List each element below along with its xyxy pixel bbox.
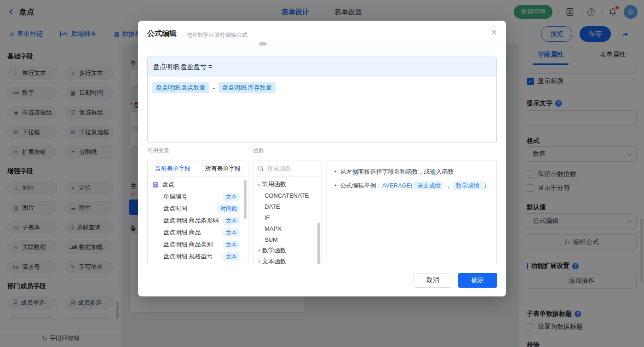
chevron-right-icon [257,249,260,252]
function-item[interactable]: DATE [253,201,322,212]
type-badge: 文本 [222,240,241,249]
variables-label: 可用变量 [147,147,169,154]
variable-row[interactable]: 盘点明细.商品条形码文本 [148,215,248,227]
tip-line: • 从左侧面板选择字段名和函数，或输入函数 [334,164,490,178]
search-icon [258,166,264,171]
type-badge: 时间戳 [217,205,241,213]
function-item[interactable]: CONCATENATE [253,190,322,201]
close-icon[interactable]: × [491,28,497,37]
function-group-text[interactable]: 文本函数 [253,256,322,264]
function-group-common[interactable]: 常用函数 [253,179,322,190]
scroll-thumb [259,42,267,46]
type-badge: 文本 [222,228,241,237]
variable-row-clipped[interactable] [148,262,248,264]
variable-row[interactable]: 单据编号文本 [148,191,248,203]
cancel-button[interactable]: 取消 [414,273,452,288]
variable-row[interactable]: 盘点明细.规格型号文本 [148,250,248,262]
tips-panel: • 从左侧面板选择字段名和函数，或输入函数 • 公式编辑举例：AVERAGE( … [327,160,497,264]
app-screen: 盘点 表单设计 表单设置 数据管理 ? 存 ⊘ 表单外链 [0,0,644,347]
modal-title: 公式编辑 [147,29,177,39]
tab-current-form-fields[interactable]: 当前表单字段 [148,160,198,176]
variables-panel: 当前表单字段 所有表单字段 盘点 单据编号文本 盘点时间时间戳 盘点明细.商品条… [147,160,248,264]
functions-panel: 常用函数 CONCATENATE DATE IF MAPX SUM 数学函数 文… [253,160,322,264]
tree-scrollbar[interactable] [244,180,247,219]
variable-row[interactable]: 盘点明细.商品类别文本 [148,239,248,250]
function-list: 常用函数 CONCATENATE DATE IF MAPX SUM 数学函数 文… [253,177,322,264]
bullet: • [334,180,337,192]
type-badge: 文本 [222,252,241,261]
form-doc-icon [152,182,159,188]
functions-label: 函数 [253,147,264,154]
tree-root-form[interactable]: 盘点 [148,179,248,191]
function-item[interactable]: SUM [253,234,322,245]
tab-all-form-fields[interactable]: 所有表单字段 [198,160,248,176]
type-badge: 文本 [222,216,241,225]
function-search[interactable] [253,160,322,177]
example-function-name: AVERAGE( [382,182,413,189]
formula-editor[interactable]: 盘点明细.盘盈盘亏 = 盘点明细.盘点数量 - 盘点明细.库存数量 [147,57,497,143]
minus-operator: - [213,85,215,91]
formula-edit-modal: 公式编辑 使用数学运算符编辑公式 × 盘点明细.盘盈盘亏 = 盘点明细.盘点数量… [138,21,506,296]
example-field-chip: 语文成绩 [414,181,443,190]
modal-header: 公式编辑 使用数学运算符编辑公式 × [138,21,506,46]
function-group-math[interactable]: 数学函数 [253,245,322,256]
modal-footer: 取消 确定 [414,273,497,288]
variable-row[interactable]: 盘点时间时间戳 [148,203,248,215]
function-scrollbar[interactable] [317,223,320,264]
chevron-right-icon [257,260,260,263]
variable-row[interactable]: 盘点明细.商品文本 [148,227,248,239]
example-field-chip: 数学成绩 [453,181,483,190]
tip-example-line: • 公式编辑举例：AVERAGE( 语文成绩 ， 数学成绩 ) [334,178,490,192]
formula-chip[interactable]: 盘点明细.库存数量 [218,82,276,93]
confirm-button[interactable]: 确定 [458,273,497,288]
bullet: • [334,166,337,178]
formula-target: 盘点明细.盘盈盘亏 = [148,57,496,77]
formula-expression[interactable]: 盘点明细.盘点数量 - 盘点明细.库存数量 [148,77,496,98]
function-search-input[interactable] [267,165,313,172]
chevron-down-icon [257,182,260,186]
modal-subtitle: 使用数学运算符编辑公式 [187,31,247,39]
formula-chip[interactable]: 盘点明细.盘点数量 [152,82,209,93]
function-item[interactable]: IF [253,212,322,223]
function-item[interactable]: MAPX [253,223,322,234]
type-badge: 文本 [222,193,241,201]
variables-tree: 盘点 单据编号文本 盘点时间时间戳 盘点明细.商品条形码文本 盘点明细.商品文本… [148,177,248,264]
